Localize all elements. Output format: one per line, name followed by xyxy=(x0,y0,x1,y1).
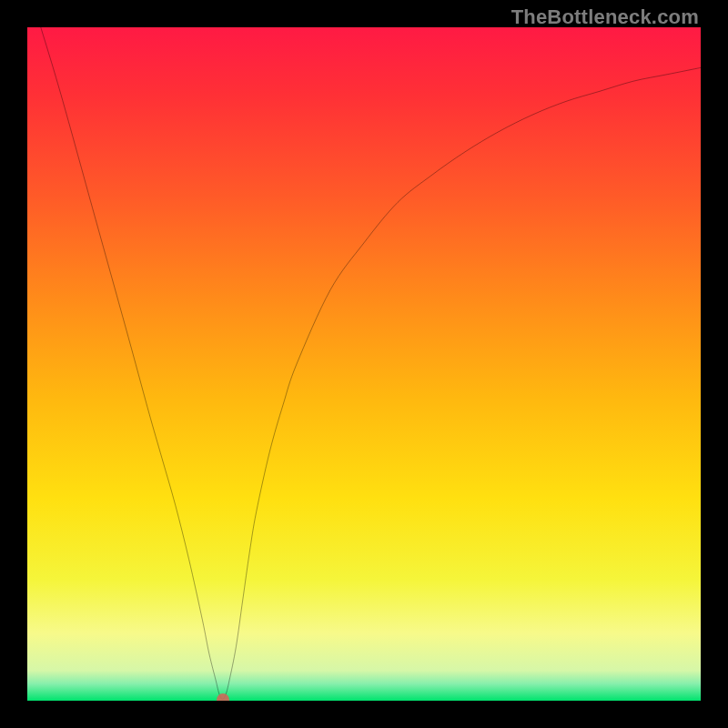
min-point-marker xyxy=(217,693,229,701)
background-gradient xyxy=(27,27,701,701)
svg-rect-0 xyxy=(27,27,701,701)
chart-frame: TheBottleneck.com xyxy=(0,0,728,728)
plot-area xyxy=(27,27,701,701)
source-attribution: TheBottleneck.com xyxy=(511,5,699,29)
